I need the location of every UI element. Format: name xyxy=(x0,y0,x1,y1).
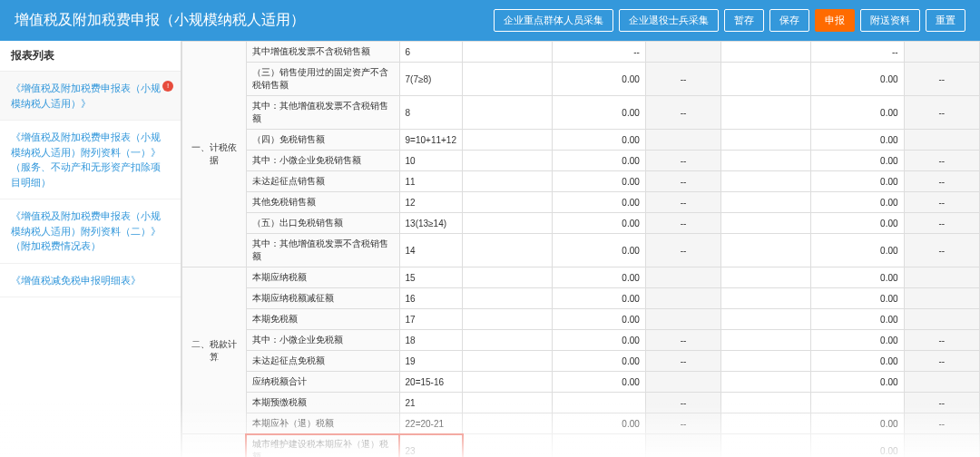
value-cell[interactable] xyxy=(721,309,811,330)
value-cell[interactable]: 0.00 xyxy=(810,372,904,393)
value-cell[interactable] xyxy=(721,213,811,234)
value-cell[interactable] xyxy=(721,151,811,171)
value-cell[interactable]: 0.00 xyxy=(810,309,904,330)
value-cell[interactable]: 0.00 xyxy=(553,192,646,213)
value-cell[interactable]: 0.00 xyxy=(810,288,904,309)
value-cell[interactable] xyxy=(463,130,553,151)
table-row: 未达起征点免税额 19 0.00 -- 0.00 -- xyxy=(182,351,980,372)
row-label: 其中增值税发票不含税销售额 xyxy=(246,42,399,63)
value-cell[interactable] xyxy=(463,213,553,234)
row-line-no: 19 xyxy=(399,351,463,372)
value-cell[interactable]: 0.00 xyxy=(810,192,904,213)
value-cell[interactable] xyxy=(721,171,811,192)
value-cell[interactable]: 0.00 xyxy=(810,351,904,372)
value-cell[interactable]: 0.00 xyxy=(810,130,904,151)
dash-cell: -- xyxy=(904,171,979,192)
value-cell[interactable] xyxy=(810,393,904,413)
value-cell[interactable]: -- xyxy=(810,42,904,63)
value-cell[interactable] xyxy=(553,393,646,413)
dash-cell: -- xyxy=(645,151,720,171)
value-cell[interactable] xyxy=(721,234,811,267)
btn-save[interactable]: 保存 xyxy=(769,9,809,32)
value-cell[interactable]: 0.00 xyxy=(553,288,646,309)
sidebar-item-exempt[interactable]: 《增值税减免税申报明细表》 xyxy=(0,264,181,298)
value-cell[interactable]: 0.00 xyxy=(810,234,904,267)
row-label: 城市维护建设税本期应补（退）税额 xyxy=(246,434,399,458)
content: 一、计税依据 其中增值税发票不含税销售额 6 -- -- （三）销售使用过的固定… xyxy=(181,41,980,457)
value-cell[interactable] xyxy=(463,151,553,171)
value-cell[interactable] xyxy=(721,42,811,63)
value-cell[interactable] xyxy=(721,372,811,393)
btn-stash[interactable]: 暂存 xyxy=(724,9,764,32)
btn-attachments[interactable]: 附送资料 xyxy=(860,9,920,32)
value-cell[interactable] xyxy=(463,171,553,192)
value-cell[interactable]: 0.00 xyxy=(553,234,646,267)
value-cell[interactable] xyxy=(463,330,553,351)
dash-cell: -- xyxy=(645,213,720,234)
table-row: 未达起征点销售额 11 0.00 -- 0.00 -- xyxy=(182,171,980,192)
value-cell[interactable] xyxy=(721,330,811,351)
value-cell[interactable]: 0.00 xyxy=(553,413,646,434)
value-cell[interactable]: 0.00 xyxy=(553,351,646,372)
value-cell[interactable] xyxy=(463,309,553,330)
btn-group-collect[interactable]: 企业重点群体人员采集 xyxy=(494,9,613,32)
value-cell[interactable] xyxy=(463,372,553,393)
value-cell[interactable] xyxy=(463,96,553,130)
value-cell[interactable]: 0.00 xyxy=(553,372,646,393)
row-label: （三）销售使用过的固定资产不含税销售额 xyxy=(246,63,399,96)
value-cell[interactable] xyxy=(721,393,811,413)
value-cell[interactable] xyxy=(721,434,811,458)
sidebar-item-main-form[interactable]: 《增值税及附加税费申报表（小规模纳税人适用）》! xyxy=(0,72,181,121)
value-cell[interactable] xyxy=(721,63,811,96)
value-cell[interactable]: 0.00 xyxy=(553,213,646,234)
value-cell[interactable] xyxy=(463,234,553,267)
value-cell[interactable]: 0.00 xyxy=(810,63,904,96)
value-cell[interactable]: -- xyxy=(553,42,646,63)
value-cell[interactable] xyxy=(721,267,811,288)
row-label: 未达起征点销售额 xyxy=(246,171,399,192)
value-cell[interactable] xyxy=(721,96,811,130)
value-cell[interactable]: 0.00 xyxy=(810,434,904,458)
value-cell[interactable]: 0.00 xyxy=(810,96,904,130)
value-cell[interactable] xyxy=(721,413,811,434)
table-row: 其中：小微企业免税额 18 0.00 -- 0.00 -- xyxy=(182,330,980,351)
value-cell[interactable]: 0.00 xyxy=(553,130,646,151)
value-cell[interactable] xyxy=(721,351,811,372)
btn-reset[interactable]: 重置 xyxy=(926,9,965,32)
sidebar-item-att1[interactable]: 《增值税及附加税费申报表（小规模纳税人适用）附列资料（一）》（服务、不动产和无形… xyxy=(0,121,181,199)
value-cell[interactable] xyxy=(463,42,553,63)
table-row: （三）销售使用过的固定资产不含税销售额 7(7≥8) 0.00 -- 0.00 … xyxy=(182,63,980,96)
value-cell[interactable] xyxy=(463,288,553,309)
value-cell[interactable]: 0.00 xyxy=(553,267,646,288)
value-cell[interactable] xyxy=(463,393,553,413)
value-cell[interactable] xyxy=(721,192,811,213)
value-cell[interactable]: 0.00 xyxy=(553,309,646,330)
value-cell[interactable] xyxy=(721,288,811,309)
value-cell[interactable]: 0.00 xyxy=(553,63,646,96)
value-cell[interactable] xyxy=(463,434,553,458)
dash-cell: -- xyxy=(645,63,720,96)
table-row: 其中：其他增值税发票不含税销售额 14 0.00 -- 0.00 -- xyxy=(182,234,980,267)
btn-veteran-collect[interactable]: 企业退役士兵采集 xyxy=(619,9,719,32)
value-cell[interactable]: 0.00 xyxy=(810,267,904,288)
value-cell[interactable] xyxy=(463,63,553,96)
value-cell[interactable]: 0.00 xyxy=(810,171,904,192)
table-row: 其中：其他增值税发票不含税销售额 8 0.00 -- 0.00 -- xyxy=(182,96,980,130)
row-label: 其他免税销售额 xyxy=(246,192,399,213)
value-cell[interactable] xyxy=(463,192,553,213)
value-cell[interactable]: 0.00 xyxy=(553,96,646,130)
value-cell[interactable] xyxy=(553,434,646,458)
value-cell[interactable]: 0.00 xyxy=(553,171,646,192)
value-cell[interactable] xyxy=(463,351,553,372)
value-cell[interactable]: 0.00 xyxy=(810,151,904,171)
value-cell[interactable]: 0.00 xyxy=(810,213,904,234)
value-cell[interactable]: 0.00 xyxy=(553,330,646,351)
value-cell[interactable] xyxy=(463,413,553,434)
value-cell[interactable]: 0.00 xyxy=(810,330,904,351)
sidebar-item-att2[interactable]: 《增值税及附加税费申报表（小规模纳税人适用）附列资料（二）》（附加税费情况表） xyxy=(0,199,181,264)
value-cell[interactable]: 0.00 xyxy=(553,151,646,171)
value-cell[interactable]: 0.00 xyxy=(810,413,904,434)
btn-submit[interactable]: 申报 xyxy=(815,9,855,32)
value-cell[interactable] xyxy=(463,267,553,288)
value-cell[interactable] xyxy=(721,130,811,151)
